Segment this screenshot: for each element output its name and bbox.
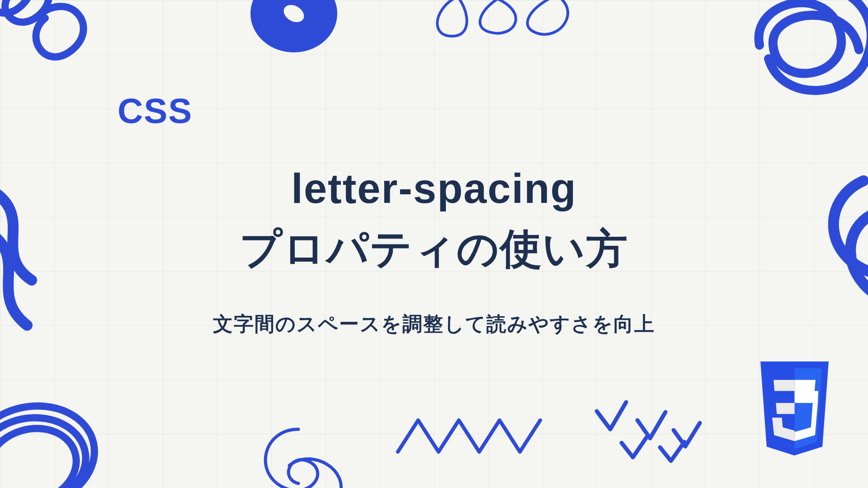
main-content: CSS letter-spacing プロパティの使い方 文字間のスペースを調整… <box>0 0 868 488</box>
page-title: letter-spacing プロパティの使い方 <box>0 159 868 279</box>
page-subtitle: 文字間のスペースを調整して読みやすさを向上 <box>0 311 868 338</box>
title-line-2: プロパティの使い方 <box>240 225 628 272</box>
category-label: CSS <box>118 90 868 131</box>
title-line-1: letter-spacing <box>291 165 576 211</box>
